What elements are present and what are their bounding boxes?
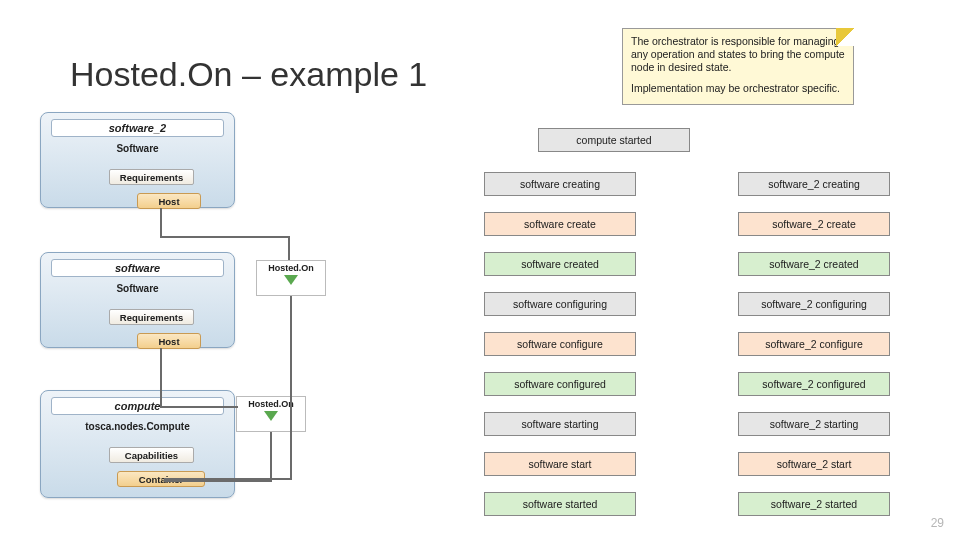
node-name: software_2 <box>51 119 224 137</box>
node-software-2: software_2 Software Requirements Host <box>40 112 235 208</box>
connector-line <box>164 480 272 482</box>
host-requirement: Host <box>137 193 201 209</box>
connector-line <box>160 236 290 238</box>
software-state-box: software starting <box>484 412 636 436</box>
connector-line <box>290 296 292 480</box>
connector-line <box>160 208 162 236</box>
connector-line <box>270 432 272 480</box>
hosted-on-relationship-1: Hosted.On <box>256 260 326 296</box>
note-paragraph-1: The orchestrator is responsible for mana… <box>631 35 845 74</box>
connector-line <box>160 348 162 408</box>
node-software: software Software Requirements Host <box>40 252 235 348</box>
relationship-label: Hosted.On <box>268 263 314 273</box>
software-state-box: software created <box>484 252 636 276</box>
relationship-label: Hosted.On <box>248 399 294 409</box>
page-title: Hosted.On – example 1 <box>70 55 427 94</box>
software-2-state-box: software_2 created <box>738 252 890 276</box>
software-2-state-box: software_2 starting <box>738 412 890 436</box>
software-state-box: software create <box>484 212 636 236</box>
software-2-state-box: software_2 create <box>738 212 890 236</box>
requirements-tab: Requirements <box>109 309 194 325</box>
software-state-box: software creating <box>484 172 636 196</box>
software-2-state-box: software_2 creating <box>738 172 890 196</box>
connector-line <box>160 406 238 408</box>
software-state-box: software configure <box>484 332 636 356</box>
state-compute-started: compute started <box>538 128 690 152</box>
requirements-tab: Requirements <box>109 169 194 185</box>
host-requirement: Host <box>137 333 201 349</box>
software-2-state-box: software_2 configuring <box>738 292 890 316</box>
capabilities-tab: Capabilities <box>109 447 194 463</box>
software-state-box: software configured <box>484 372 636 396</box>
software-2-state-box: software_2 configured <box>738 372 890 396</box>
connector-line <box>288 236 290 260</box>
software-2-state-box: software_2 started <box>738 492 890 516</box>
page-number: 29 <box>931 516 944 530</box>
note-paragraph-2: Implementation may be orchestrator speci… <box>631 82 845 95</box>
node-type: tosca.nodes.Compute <box>41 421 234 432</box>
software-state-box: software configuring <box>484 292 636 316</box>
hosted-on-relationship-2: Hosted.On <box>236 396 306 432</box>
software-2-state-box: software_2 configure <box>738 332 890 356</box>
software-state-box: software started <box>484 492 636 516</box>
arrow-down-icon <box>264 411 278 421</box>
arrow-down-icon <box>284 275 298 285</box>
node-name: software <box>51 259 224 277</box>
node-type: Software <box>41 283 234 294</box>
node-type: Software <box>41 143 234 154</box>
info-note: The orchestrator is responsible for mana… <box>622 28 854 105</box>
software-state-box: software start <box>484 452 636 476</box>
software-2-state-box: software_2 start <box>738 452 890 476</box>
